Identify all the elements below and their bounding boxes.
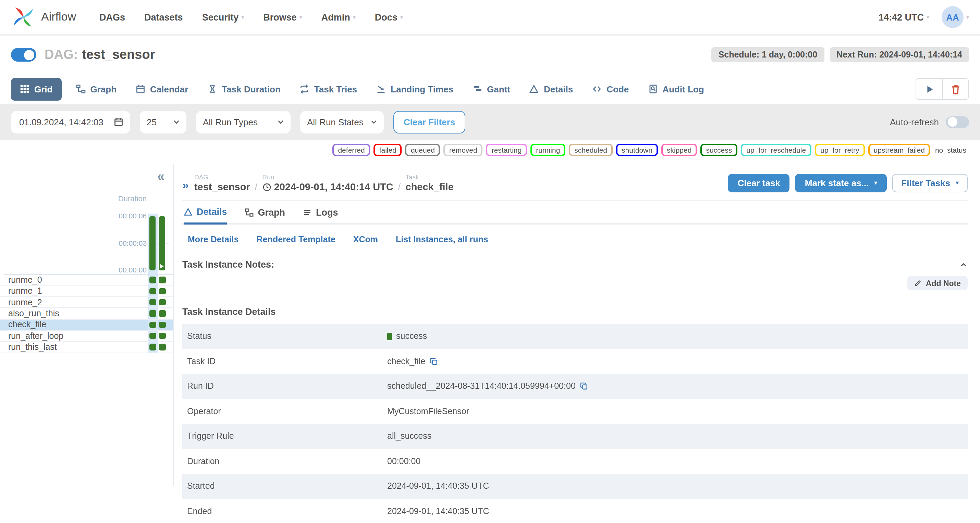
task-name[interactable]: runme_0 xyxy=(0,275,148,285)
tab-code[interactable]: Code xyxy=(587,78,633,100)
task-name[interactable]: runme_1 xyxy=(0,287,148,296)
nav-menu-item[interactable]: Security ▾ xyxy=(202,12,244,22)
expand-breadcrumb-icon[interactable]: » xyxy=(182,179,189,192)
state-legend-badge[interactable]: running xyxy=(530,144,565,156)
task-instance-square[interactable] xyxy=(159,299,166,306)
task-instance-cell[interactable] xyxy=(158,319,167,330)
run-states-select[interactable]: All Run States xyxy=(300,111,384,133)
tab-landing-times[interactable]: Landing Times xyxy=(371,78,458,100)
copy-icon[interactable] xyxy=(430,357,438,366)
add-note-button[interactable]: Add Note xyxy=(907,276,968,290)
task-row[interactable]: runme_2 xyxy=(0,297,173,308)
clock-dropdown[interactable]: 14:42 UTC ▾ xyxy=(878,12,929,22)
trigger-dag-button[interactable] xyxy=(916,79,942,99)
state-legend-badge[interactable]: removed xyxy=(444,144,483,156)
state-legend-badge[interactable]: skipped xyxy=(661,144,697,156)
task-instance-square[interactable] xyxy=(159,311,166,317)
calendar-icon[interactable] xyxy=(114,117,123,127)
state-legend-badge[interactable]: deferred xyxy=(332,144,370,156)
task-name[interactable]: run_after_loop xyxy=(0,331,148,341)
state-legend-badge[interactable]: no_status xyxy=(934,145,968,155)
nav-menu-item[interactable]: DAGs xyxy=(99,12,125,22)
state-legend-badge[interactable]: shutdown xyxy=(616,144,658,156)
base-date-input[interactable] xyxy=(18,116,108,128)
task-instance-cell[interactable] xyxy=(148,297,158,308)
tab-instance-graph[interactable]: Graph xyxy=(245,207,285,223)
task-instance-cell[interactable] xyxy=(148,286,158,297)
task-instance-cell[interactable] xyxy=(148,275,158,285)
state-legend-badge[interactable]: restarting xyxy=(486,144,527,156)
task-name[interactable]: check_file xyxy=(0,320,148,330)
breadcrumb-dag[interactable]: DAG test_sensor xyxy=(194,173,250,192)
clear-filters-button[interactable]: Clear Filters xyxy=(393,111,465,133)
user-menu[interactable]: AA ▾ xyxy=(942,6,969,28)
page-size-select[interactable]: 25 xyxy=(140,111,186,133)
tab-grid[interactable]: Grid xyxy=(11,78,61,100)
state-legend-badge[interactable]: scheduled xyxy=(569,144,612,156)
task-row[interactable]: runme_1 xyxy=(0,286,173,298)
nav-menu-item[interactable]: Docs ▾ xyxy=(375,12,403,22)
state-legend-badge[interactable]: failed xyxy=(374,144,402,156)
copy-icon[interactable] xyxy=(580,382,588,390)
nav-menu-item[interactable]: Browse ▾ xyxy=(263,12,302,22)
task-instance-square[interactable] xyxy=(150,344,156,350)
tab-audit-log[interactable]: Audit Log xyxy=(643,78,709,100)
airflow-logo[interactable]: Airflow xyxy=(11,5,76,29)
task-instance-square[interactable] xyxy=(159,333,166,339)
task-instance-square[interactable] xyxy=(150,311,156,317)
breadcrumb-task[interactable]: Task check_file xyxy=(406,173,454,192)
breadcrumb-run[interactable]: Run 2024-09-01, 14:40:14 UTC xyxy=(262,173,393,192)
tab-task-duration[interactable]: Task Duration xyxy=(202,78,285,100)
task-row[interactable]: also_run_this xyxy=(0,308,173,320)
clear-task-button[interactable]: Clear task xyxy=(728,174,790,192)
run-types-select[interactable]: All Run Types xyxy=(196,111,291,133)
state-legend-badge[interactable]: up_for_reschedule xyxy=(741,144,811,156)
tab-gantt[interactable]: Gantt xyxy=(468,78,515,100)
task-instance-square[interactable] xyxy=(159,277,166,284)
collapse-notes-icon[interactable] xyxy=(959,260,968,269)
tab-task-tries[interactable]: Task Tries xyxy=(295,78,362,100)
task-name[interactable]: runme_2 xyxy=(0,298,148,307)
task-instance-square[interactable] xyxy=(150,322,156,328)
task-instance-square[interactable] xyxy=(150,333,156,339)
run-duration-bar[interactable] xyxy=(159,216,165,270)
task-instance-square[interactable] xyxy=(150,277,156,284)
task-instance-cell[interactable] xyxy=(158,297,167,308)
state-legend-badge[interactable]: up_for_retry xyxy=(815,144,864,156)
task-instance-cell[interactable] xyxy=(148,331,158,341)
state-legend-badge[interactable]: upstream_failed xyxy=(868,144,930,156)
auto-refresh-toggle[interactable] xyxy=(946,116,969,128)
filter-tasks-button[interactable]: Filter Tasks ▾ xyxy=(892,174,968,192)
tab-instance-details[interactable]: Details xyxy=(184,207,227,225)
detail-link[interactable]: XCom xyxy=(353,235,378,244)
task-instance-square[interactable] xyxy=(150,299,156,306)
task-row[interactable]: check_file xyxy=(0,319,173,331)
tab-graph[interactable]: Graph xyxy=(71,78,121,100)
dag-pause-toggle[interactable] xyxy=(11,48,36,62)
task-instance-cell[interactable] xyxy=(158,275,167,285)
tab-details[interactable]: Details xyxy=(525,78,578,100)
nav-menu-item[interactable]: Datasets xyxy=(144,12,183,22)
state-legend-badge[interactable]: queued xyxy=(406,144,440,156)
task-instance-cell[interactable] xyxy=(148,319,158,330)
run-bar-column[interactable] xyxy=(150,216,156,270)
task-name[interactable]: also_run_this xyxy=(0,309,148,318)
task-instance-cell[interactable] xyxy=(158,331,167,341)
delete-dag-button[interactable] xyxy=(942,79,968,99)
run-bar-column[interactable] xyxy=(159,216,165,270)
task-instance-cell[interactable] xyxy=(158,308,167,319)
task-row[interactable]: run_this_last xyxy=(0,342,173,353)
task-row[interactable]: run_after_loop xyxy=(0,331,173,342)
task-instance-square[interactable] xyxy=(159,322,166,328)
task-instance-square[interactable] xyxy=(159,288,166,294)
collapse-panel-icon[interactable]: « xyxy=(157,170,164,183)
nav-menu-item[interactable]: Admin ▾ xyxy=(321,12,356,22)
mark-state-button[interactable]: Mark state as... ▾ xyxy=(795,174,887,192)
task-instance-square[interactable] xyxy=(150,288,156,294)
task-instance-cell[interactable] xyxy=(158,286,167,297)
detail-link[interactable]: More Details xyxy=(188,235,239,244)
task-instance-cell[interactable] xyxy=(158,342,167,353)
state-legend-badge[interactable]: success xyxy=(700,144,737,156)
detail-link[interactable]: List Instances, all runs xyxy=(396,235,488,244)
task-row[interactable]: runme_0 xyxy=(0,275,173,286)
